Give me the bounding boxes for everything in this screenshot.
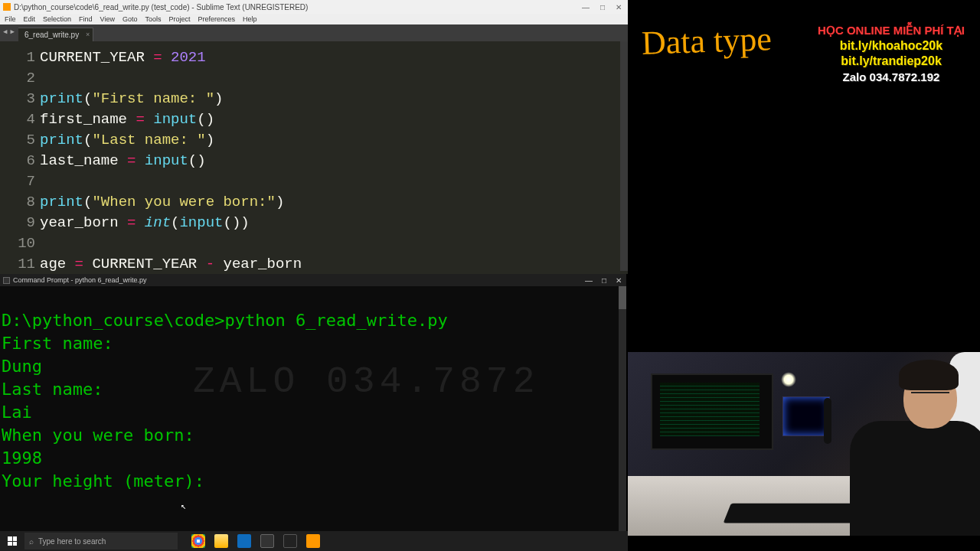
scrollbar-thumb[interactable] bbox=[619, 286, 626, 309]
cmd-line: D:\python_course\code>python 6_read_writ… bbox=[2, 309, 625, 332]
line-number: 10 bbox=[0, 233, 35, 254]
menu-help[interactable]: Help bbox=[243, 15, 257, 23]
code-token: () bbox=[197, 111, 214, 128]
menu-preferences[interactable]: Preferences bbox=[198, 15, 235, 23]
search-placeholder: Type here to search bbox=[38, 537, 106, 546]
menu-selection[interactable]: Selection bbox=[43, 15, 71, 23]
code-token: 2021 bbox=[171, 49, 206, 66]
menu-edit[interactable]: Edit bbox=[24, 15, 36, 23]
code-token: = bbox=[66, 256, 92, 272]
code-token: input bbox=[145, 152, 188, 169]
code-token: print bbox=[40, 194, 83, 210]
line-number: 4 bbox=[0, 109, 35, 130]
code-token: "First name: " bbox=[92, 90, 214, 107]
code-token: "When you were born:" bbox=[92, 194, 275, 210]
code-token: year_born bbox=[40, 214, 119, 231]
line-number: 5 bbox=[0, 130, 35, 151]
start-button[interactable] bbox=[0, 531, 24, 551]
tab-close-icon[interactable]: × bbox=[86, 31, 90, 38]
mouse-cursor-icon: ↖ bbox=[181, 494, 186, 517]
windows-taskbar: ⌕ Type here to search bbox=[0, 531, 628, 551]
line-number-gutter: 1 2 3 4 5 6 7 8 9 10 11 bbox=[0, 41, 35, 274]
code-token: "Last name: " bbox=[92, 132, 205, 148]
sublime-icon bbox=[3, 3, 11, 11]
editor-minimize-button[interactable]: — bbox=[582, 3, 590, 11]
code-token: print bbox=[40, 132, 83, 148]
person-shape bbox=[835, 360, 980, 536]
code-token: input bbox=[179, 214, 223, 231]
taskbar-sublime-icon[interactable] bbox=[306, 534, 320, 548]
code-token: last_name bbox=[40, 152, 119, 169]
taskbar-search-input[interactable]: ⌕ Type here to search bbox=[24, 533, 178, 549]
editor-menubar: File Edit Selection Find View Goto Tools… bbox=[0, 14, 628, 24]
line-number: 3 bbox=[0, 89, 35, 109]
code-token: age bbox=[40, 256, 66, 272]
menu-find[interactable]: Find bbox=[79, 15, 93, 23]
code-token: ) bbox=[214, 90, 223, 107]
promo-line: bit.ly/trandiep20k bbox=[807, 54, 975, 70]
mic-shape bbox=[824, 398, 831, 444]
pc-shape bbox=[782, 396, 830, 436]
code-token: ) bbox=[276, 194, 284, 210]
code-token: = bbox=[127, 111, 153, 128]
tab-nav-fwd-icon[interactable]: ▶ bbox=[10, 28, 14, 36]
taskbar-file-explorer-icon[interactable] bbox=[214, 534, 228, 548]
cmd-titlebar[interactable]: Command Prompt - python 6_read_write.py … bbox=[0, 274, 626, 286]
monitor-shape bbox=[651, 373, 773, 450]
code-token: first_name bbox=[40, 111, 127, 128]
promo-line: HỌC ONLINE MIỄN PHÍ TẠI bbox=[807, 23, 975, 38]
menu-view[interactable]: View bbox=[100, 15, 115, 23]
line-number: 6 bbox=[0, 151, 35, 171]
taskbar-chrome-icon[interactable] bbox=[191, 534, 205, 548]
menu-goto[interactable]: Goto bbox=[122, 15, 138, 23]
code-token: ( bbox=[171, 214, 179, 231]
webcam-feed bbox=[628, 352, 980, 536]
search-icon: ⌕ bbox=[29, 537, 34, 546]
code-token: year_born bbox=[223, 256, 302, 272]
promo-line: Zalo 034.7872.192 bbox=[807, 70, 975, 85]
lamp-shape bbox=[781, 372, 796, 387]
cmd-output-area[interactable]: ZALO 034.7872 D:\python_course\code>pyth… bbox=[0, 286, 626, 531]
code-token: () bbox=[188, 152, 206, 169]
code-token: = bbox=[119, 152, 145, 169]
line-number: 7 bbox=[0, 171, 35, 192]
whiteboard-panel: Data type HỌC ONLINE MIỄN PHÍ TẠI bit.ly… bbox=[628, 0, 980, 352]
menu-tools[interactable]: Tools bbox=[145, 15, 161, 23]
line-number: 8 bbox=[0, 192, 35, 213]
cmd-line: Last name: bbox=[2, 378, 625, 401]
tab-nav-back-icon[interactable]: ◀ bbox=[3, 28, 7, 36]
editor-scrollbar[interactable] bbox=[620, 41, 628, 271]
cmd-maximize-button[interactable]: □ bbox=[602, 276, 606, 285]
menu-file[interactable]: File bbox=[5, 15, 16, 23]
line-number: 1 bbox=[0, 47, 35, 68]
cmd-scrollbar[interactable] bbox=[619, 286, 626, 531]
sublime-text-window: D:\python_course\code\6_read_write.py (t… bbox=[0, 0, 628, 274]
code-token: - bbox=[197, 256, 223, 272]
taskbar-cmd-icon[interactable] bbox=[283, 534, 297, 548]
editor-close-button[interactable]: ✕ bbox=[616, 3, 622, 11]
promo-line: bit.ly/khoahoc20k bbox=[807, 38, 975, 54]
editor-maximize-button[interactable]: □ bbox=[600, 3, 605, 11]
code-token: ( bbox=[83, 132, 92, 148]
editor-tab-active[interactable]: 6_read_write.py × bbox=[18, 28, 93, 41]
taskbar-mail-icon[interactable] bbox=[237, 534, 251, 548]
cmd-line: Dung bbox=[2, 355, 625, 378]
editor-tab-label: 6_read_write.py bbox=[24, 31, 79, 39]
code-editor-area[interactable]: CURRENT_YEAR = 2021 print("First name: "… bbox=[35, 41, 628, 274]
code-token: ) bbox=[206, 132, 214, 148]
menu-project[interactable]: Project bbox=[168, 15, 190, 23]
line-number: 2 bbox=[0, 68, 35, 89]
code-token: input bbox=[153, 111, 197, 128]
cmd-line: Your height (meter): bbox=[2, 470, 625, 493]
cmd-close-button[interactable]: ✕ bbox=[616, 276, 622, 285]
command-prompt-window: Command Prompt - python 6_read_write.py … bbox=[0, 274, 626, 531]
code-token: CURRENT_YEAR bbox=[40, 49, 145, 66]
cmd-minimize-button[interactable]: — bbox=[585, 276, 593, 285]
taskbar-obs-icon[interactable] bbox=[260, 534, 274, 548]
editor-titlebar[interactable]: D:\python_course\code\6_read_write.py (t… bbox=[0, 0, 628, 14]
board-title: Data type bbox=[641, 19, 772, 63]
cmd-window-title: Command Prompt - python 6_read_write.py bbox=[13, 276, 147, 284]
cmd-line: Lai bbox=[2, 401, 625, 424]
code-token: () bbox=[223, 214, 240, 231]
cmd-line: 1998 bbox=[2, 447, 625, 470]
